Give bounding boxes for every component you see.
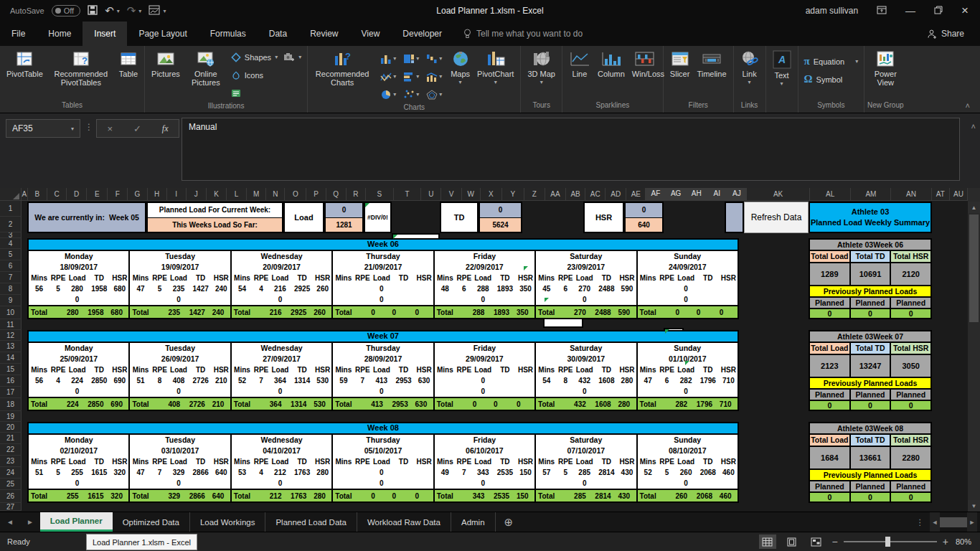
extra-cell[interactable]: 0 xyxy=(473,386,494,397)
extra-cell[interactable] xyxy=(415,386,433,397)
total-cell[interactable]: 1893 xyxy=(494,309,517,316)
column-header-AF[interactable]: AF xyxy=(646,188,666,202)
column-chart-button[interactable]: ▾ xyxy=(377,54,400,64)
extra-cell[interactable] xyxy=(435,478,456,489)
day-date[interactable]: 19/09/2017 xyxy=(130,262,230,273)
radar-chart-button[interactable]: ▾ xyxy=(423,90,446,100)
total-label[interactable]: Total xyxy=(130,309,168,316)
column-header-AT[interactable]: AT xyxy=(932,188,950,201)
total-cell[interactable]: 0 xyxy=(697,309,720,316)
subheader-load[interactable]: Load xyxy=(270,273,291,283)
total-cell[interactable]: 640 xyxy=(212,492,230,500)
data-cell[interactable]: 288 xyxy=(473,283,494,294)
extra-cell[interactable] xyxy=(697,294,720,305)
total-cell[interactable]: 240 xyxy=(212,309,230,316)
subheader-td[interactable]: TD xyxy=(291,456,314,467)
day-name[interactable]: Friday xyxy=(435,251,534,262)
tab-view[interactable]: View xyxy=(350,22,392,46)
data-cell[interactable]: 630 xyxy=(415,375,433,386)
column-header-X[interactable]: X xyxy=(481,188,502,201)
column-header-B[interactable]: B xyxy=(28,188,47,201)
extra-cell[interactable] xyxy=(354,386,372,397)
extra-cell[interactable] xyxy=(151,478,169,489)
extra-cell[interactable] xyxy=(638,294,659,305)
day-name[interactable]: Sunday xyxy=(638,251,738,262)
extra-cell[interactable] xyxy=(314,386,331,397)
data-cell[interactable]: 2726 xyxy=(189,375,212,386)
data-cell[interactable]: 2488 xyxy=(595,283,618,294)
scroll-right-icon[interactable]: ► xyxy=(967,512,977,532)
row-header-9[interactable]: 9 xyxy=(0,295,22,306)
day-name[interactable]: Friday xyxy=(435,435,534,446)
subheader-hsr[interactable]: HSR xyxy=(314,456,331,467)
extra-cell[interactable] xyxy=(212,386,230,397)
extra-cell[interactable] xyxy=(595,386,618,397)
column-header-G[interactable]: G xyxy=(128,188,147,201)
previously-planned-banner[interactable]: Previously Planned Loads xyxy=(810,470,930,481)
day-date[interactable]: 07/10/2017 xyxy=(536,446,636,456)
summary-value[interactable]: 3050 xyxy=(891,355,930,376)
subheader-rpe[interactable]: RPE xyxy=(557,364,574,375)
subheader-rpe[interactable]: RPE xyxy=(50,273,67,283)
extra-cell[interactable] xyxy=(456,386,473,397)
data-cell[interactable]: 8 xyxy=(151,375,169,386)
total-cell[interactable]: 1763 xyxy=(291,492,314,500)
column-header-AL[interactable]: AL xyxy=(810,188,851,201)
extra-cell[interactable] xyxy=(314,478,331,489)
extra-cell[interactable] xyxy=(456,478,473,489)
data-cell[interactable]: 1796 xyxy=(697,375,720,386)
column-header-K[interactable]: K xyxy=(207,188,227,201)
subheader-hsr[interactable]: HSR xyxy=(618,456,636,467)
subheader-td[interactable]: TD xyxy=(494,364,517,375)
total-label[interactable]: Total xyxy=(536,492,574,500)
tab-developer[interactable]: Developer xyxy=(391,22,453,46)
subheader-hsr[interactable]: HSR xyxy=(517,273,534,283)
row-header-26[interactable]: 26 xyxy=(0,490,22,503)
subheader-load[interactable]: Load xyxy=(168,364,189,375)
extra-cell[interactable] xyxy=(392,294,415,305)
line-chart-button[interactable]: ▾ xyxy=(377,72,400,82)
bar-chart-button[interactable]: ▾ xyxy=(400,72,423,82)
total-label[interactable]: Total xyxy=(638,400,676,408)
extra-cell[interactable] xyxy=(232,386,253,397)
extra-cell[interactable]: 0 xyxy=(371,294,392,305)
load-error-cell-1[interactable]: #DIV/0! xyxy=(364,202,392,233)
3d-map-button[interactable]: 3D Map ▾ xyxy=(524,48,559,89)
data-cell[interactable]: 329 xyxy=(168,467,189,478)
day-date[interactable]: 26/09/2017 xyxy=(130,354,230,364)
tab-formulas[interactable]: Formulas xyxy=(199,22,258,46)
shapes-button[interactable]: Shapes▾ xyxy=(228,48,281,66)
extra-cell[interactable] xyxy=(517,386,534,397)
vertical-scroll-thumb[interactable] xyxy=(969,215,979,322)
total-cell[interactable]: 1608 xyxy=(595,400,618,408)
data-cell[interactable]: 4 xyxy=(253,283,270,294)
subheader-td[interactable]: TD xyxy=(494,456,517,467)
extra-cell[interactable] xyxy=(130,478,151,489)
day-name[interactable]: Saturday xyxy=(536,435,636,446)
row-header-11[interactable]: 11 xyxy=(0,319,22,330)
total-cell[interactable]: 343 xyxy=(473,492,494,500)
column-header-V[interactable]: V xyxy=(441,188,461,201)
extra-cell[interactable]: 0 xyxy=(371,478,392,489)
total-label[interactable]: Total xyxy=(333,492,371,500)
restore-button[interactable] xyxy=(934,6,943,16)
symbol-button[interactable]: Ω Symbol xyxy=(801,70,862,88)
column-header-AC[interactable]: AC xyxy=(585,188,606,201)
data-cell[interactable]: 5 xyxy=(151,283,169,294)
summary-col-header[interactable]: Total Load xyxy=(810,435,851,446)
subheader-load[interactable]: Load xyxy=(574,273,595,283)
combo-chart-button[interactable]: ▾ xyxy=(423,72,446,82)
subheader-hsr[interactable]: HSR xyxy=(720,456,738,467)
data-cell[interactable]: 2925 xyxy=(291,283,314,294)
day-name[interactable]: Saturday xyxy=(536,343,636,354)
zoom-slider[interactable] xyxy=(844,541,937,542)
total-cell[interactable]: 282 xyxy=(676,400,697,408)
column-header-AB[interactable]: AB xyxy=(566,188,585,201)
qat-customize-icon[interactable]: ▾ xyxy=(163,8,166,14)
extra-cell[interactable] xyxy=(333,386,354,397)
column-header-R[interactable]: R xyxy=(347,188,366,201)
subheader-hsr[interactable]: HSR xyxy=(618,273,636,283)
formula-input[interactable]: Manual xyxy=(182,118,960,181)
column-header-C[interactable]: C xyxy=(47,188,67,201)
extra-cell[interactable]: 0 xyxy=(371,386,392,397)
